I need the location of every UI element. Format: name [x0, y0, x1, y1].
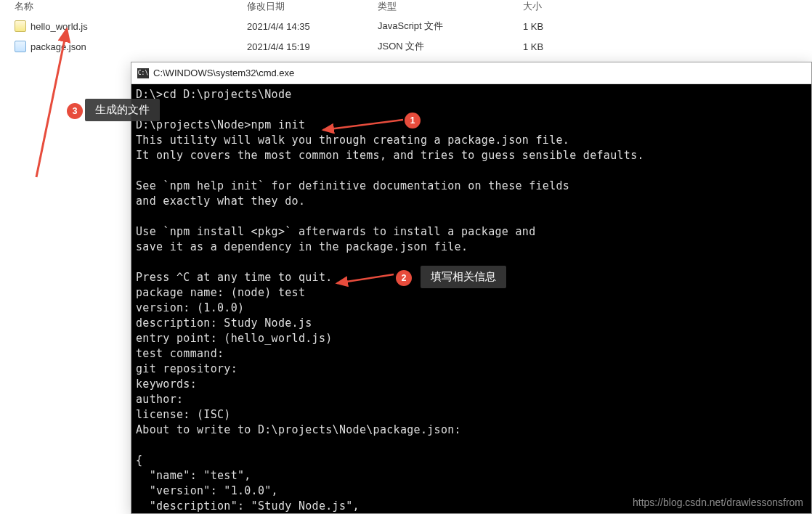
- explorer-header: 名称 修改日期 类型 大小: [0, 0, 812, 16]
- file-date: 2021/4/4 15:19: [247, 41, 378, 52]
- file-type: JSON 文件: [378, 40, 523, 53]
- json-file-icon: [15, 41, 26, 52]
- file-size: 1 KB: [523, 41, 610, 52]
- file-name: package.json: [31, 41, 86, 52]
- file-size: 1 KB: [523, 21, 610, 32]
- cmd-terminal[interactable]: D:\>cd D:\projects\Node D:\projects\Node…: [131, 84, 811, 513]
- watermark: https://blog.csdn.net/drawlessonsfrom: [633, 497, 803, 508]
- file-explorer: 名称 修改日期 类型 大小 hello_world.js 2021/4/4 14…: [0, 0, 812, 57]
- header-date[interactable]: 修改日期: [247, 0, 378, 13]
- header-size[interactable]: 大小: [523, 0, 610, 13]
- annotation-badge-3: 3: [67, 103, 83, 119]
- annotation-badge-2: 2: [396, 270, 412, 286]
- annotation-label-2: 填写相关信息: [421, 266, 506, 288]
- file-row[interactable]: package.json 2021/4/4 15:19 JSON 文件 1 KB: [0, 36, 812, 57]
- cmd-titlebar[interactable]: C:\ C:\WINDOWS\system32\cmd.exe: [131, 62, 811, 84]
- annotation-label-3: 生成的文件: [85, 99, 160, 121]
- cmd-icon: C:\: [137, 68, 149, 78]
- file-date: 2021/4/4 14:35: [247, 21, 378, 32]
- header-name[interactable]: 名称: [0, 0, 247, 13]
- annotation-badge-1: 1: [405, 113, 421, 128]
- header-type[interactable]: 类型: [378, 0, 523, 13]
- file-type: JavaScript 文件: [378, 20, 523, 33]
- js-file-icon: [15, 20, 26, 32]
- file-name: hello_world.js: [31, 21, 88, 32]
- file-row[interactable]: hello_world.js 2021/4/4 14:35 JavaScript…: [0, 16, 812, 36]
- cmd-title: C:\WINDOWS\system32\cmd.exe: [153, 68, 294, 78]
